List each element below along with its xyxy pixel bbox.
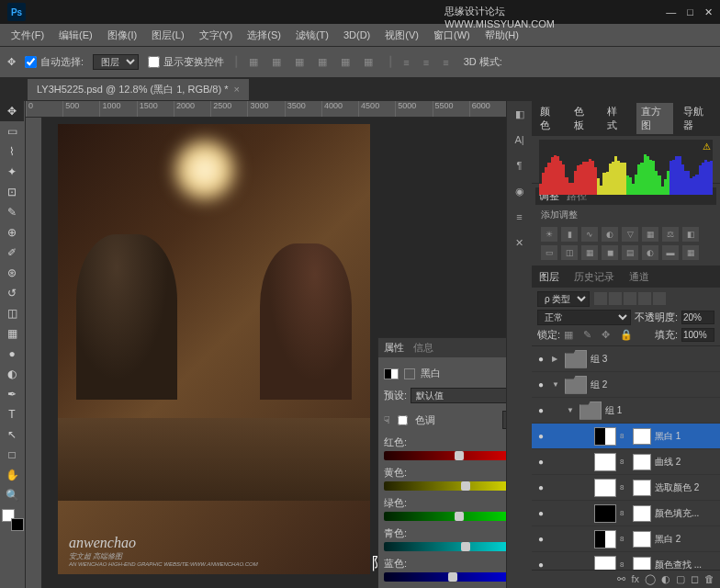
background-swatch[interactable]: [11, 518, 24, 531]
adj-hue-icon[interactable]: ▦: [642, 227, 658, 242]
layer-thumbnail[interactable]: [565, 350, 587, 368]
tab-close-icon[interactable]: ×: [233, 84, 239, 95]
layer-mask-thumbnail[interactable]: [633, 531, 651, 548]
window-maximize[interactable]: □: [687, 6, 693, 18]
layer-mask-thumbnail[interactable]: [633, 557, 651, 571]
layer-filter-kind[interactable]: ρ 类型: [537, 291, 590, 307]
lock-icons[interactable]: ▦ ✎ ✥ 🔒: [564, 329, 636, 341]
layer-row[interactable]: ●8黑白 2: [532, 526, 720, 552]
fill-input[interactable]: [681, 328, 714, 342]
layer-visibility-icon[interactable]: ●: [534, 405, 548, 415]
adj-bw-icon[interactable]: ◧: [682, 227, 699, 242]
layer-visibility-icon[interactable]: ●: [534, 560, 548, 570]
menu-item[interactable]: 滤镜(T): [290, 27, 334, 44]
histo-tab[interactable]: 直方图: [636, 103, 674, 134]
layer-visibility-icon[interactable]: ●: [534, 354, 548, 364]
preset-dropdown[interactable]: 默认值: [411, 388, 506, 403]
layer-name[interactable]: 组 3: [591, 353, 607, 366]
layer-thumbnail[interactable]: [579, 401, 602, 420]
slider-thumb[interactable]: [461, 542, 470, 551]
blend-mode-dropdown[interactable]: 正常: [537, 310, 631, 325]
layer-name[interactable]: 颜色填充...: [655, 507, 699, 520]
menu-item[interactable]: 文件(F): [6, 27, 50, 44]
strip-para-icon[interactable]: ¶: [511, 156, 529, 175]
menu-item[interactable]: 文字(Y): [194, 27, 239, 44]
canvas-image[interactable]: anwenchao 安文超 高端修图 AN WENCHAO HIGH-END G…: [58, 124, 370, 574]
layer-visibility-icon[interactable]: ●: [534, 379, 548, 390]
strip-icon-1[interactable]: ◧: [511, 105, 529, 123]
heal-tool[interactable]: ⊕: [0, 222, 24, 243]
autoselect-dropdown[interactable]: 图层: [93, 54, 139, 70]
lasso-tool[interactable]: ⌇: [0, 141, 24, 162]
layer-name[interactable]: 颜色查找 ...: [655, 559, 702, 571]
document-tab[interactable]: LY3H5225.psd @ 12.8% (黑白 1, RGB/8) * ×: [28, 79, 249, 100]
layer-expand-icon[interactable]: ▶: [552, 355, 561, 363]
histogram-warning-icon[interactable]: ⚠: [703, 141, 711, 152]
layer-expand-icon[interactable]: ▼: [567, 406, 576, 414]
layer-thumbnail[interactable]: [594, 453, 616, 471]
dodge-tool[interactable]: ◐: [0, 364, 24, 384]
adj-photo-icon[interactable]: ▭: [541, 245, 557, 260]
layer-expand-icon[interactable]: ▼: [552, 380, 561, 389]
align-icons[interactable]: ▦ ▦ ▦ ▦ ▦ ▦: [249, 56, 378, 68]
layer-name[interactable]: 黑白 1: [655, 430, 681, 443]
wand-tool[interactable]: ✦: [0, 162, 24, 182]
transform-checkbox[interactable]: [148, 56, 160, 68]
delete-layer-icon[interactable]: 🗑: [704, 573, 714, 585]
layer-mask-thumbnail[interactable]: [633, 505, 651, 522]
link-layers-icon[interactable]: ⚯: [617, 573, 625, 585]
layer-visibility-icon[interactable]: ●: [534, 431, 548, 441]
histo-tab[interactable]: 色板: [569, 103, 598, 134]
properties-tab[interactable]: 属性: [384, 341, 404, 355]
move-tool[interactable]: ✥: [0, 101, 24, 121]
layer-mask-thumbnail[interactable]: [633, 454, 651, 470]
auto-button[interactable]: 自动: [502, 411, 506, 429]
pen-tool[interactable]: ✒: [0, 384, 24, 404]
layer-visibility-icon[interactable]: ●: [534, 482, 548, 492]
strip-char-icon[interactable]: A|: [511, 130, 529, 149]
layer-thumbnail[interactable]: [594, 504, 616, 523]
tint-checkbox[interactable]: [398, 415, 408, 425]
layer-row[interactable]: ●8黑白 1: [532, 424, 720, 449]
layer-mask-thumbnail[interactable]: [633, 428, 651, 445]
hand-tool[interactable]: ✋: [0, 465, 24, 485]
distribute-icons[interactable]: ≡ ≡ ≡: [403, 57, 454, 68]
brush-tool[interactable]: ✐: [0, 243, 24, 263]
layer-row[interactable]: ●▶组 3: [532, 346, 720, 372]
slider-track[interactable]: [384, 542, 506, 551]
adj-thresh-icon[interactable]: ◐: [642, 245, 658, 260]
info-tab[interactable]: 信息: [413, 341, 433, 355]
crop-tool[interactable]: ⊡: [0, 182, 24, 202]
new-layer-icon[interactable]: ◻: [691, 573, 699, 585]
eyedropper-tool[interactable]: ✎: [0, 202, 24, 222]
layer-name[interactable]: 黑白 2: [655, 533, 681, 546]
layer-visibility-icon[interactable]: ●: [534, 508, 548, 518]
marquee-tool[interactable]: ▭: [0, 121, 24, 141]
histo-tab[interactable]: 样式: [602, 103, 631, 134]
adj-levels-icon[interactable]: ▮: [561, 227, 578, 242]
slider-thumb[interactable]: [455, 451, 464, 460]
layer-filter-icons[interactable]: [593, 292, 667, 307]
zoom-tool[interactable]: 🔍: [0, 485, 24, 505]
history-tab[interactable]: 历史记录: [570, 268, 618, 286]
history-brush-tool[interactable]: ↺: [0, 283, 24, 303]
blur-tool[interactable]: ●: [0, 344, 24, 364]
slider-track[interactable]: [384, 572, 506, 582]
layer-name[interactable]: 选取颜色 2: [655, 481, 699, 494]
layer-row[interactable]: ●8曲线 2: [532, 449, 720, 475]
layer-row[interactable]: ●8选取颜色 2: [532, 475, 720, 501]
layer-mask-icon[interactable]: ◯: [645, 573, 656, 585]
autoselect-checkbox[interactable]: [25, 56, 37, 68]
layer-row[interactable]: ●8颜色填充...: [532, 501, 720, 526]
adj-gradmap-icon[interactable]: ▬: [662, 245, 679, 260]
adj-exposure-icon[interactable]: ◐: [602, 227, 618, 242]
layer-thumbnail[interactable]: [594, 427, 616, 446]
menu-item[interactable]: 3D(D): [338, 28, 376, 42]
menu-item[interactable]: 图层(L): [146, 27, 189, 44]
adj-select-icon[interactable]: ▦: [682, 245, 699, 260]
eraser-tool[interactable]: ◫: [0, 303, 24, 323]
gradient-tool[interactable]: ▦: [0, 323, 24, 344]
layer-visibility-icon[interactable]: ●: [534, 457, 548, 467]
window-minimize[interactable]: —: [666, 6, 676, 18]
layer-row[interactable]: ●▼组 1: [532, 398, 720, 424]
